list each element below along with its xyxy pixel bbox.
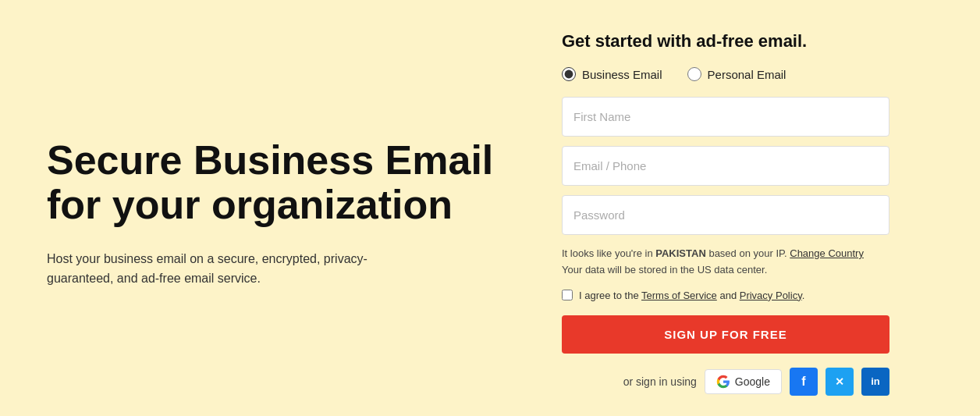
- privacy-policy-link[interactable]: Privacy Policy: [740, 290, 802, 301]
- linkedin-icon: in: [871, 375, 880, 387]
- left-section: Secure Business Email for your organizat…: [47, 138, 499, 290]
- terms-of-service-link[interactable]: Terms of Service: [641, 290, 717, 301]
- twitter-signin-button[interactable]: ✕: [826, 368, 854, 396]
- email-phone-input[interactable]: [562, 146, 889, 186]
- social-signin-row: or sign in using Google f ✕ in: [562, 368, 889, 396]
- country-notice: It looks like you're in PAKISTAN based o…: [562, 246, 889, 279]
- main-heading: Secure Business Email for your organizat…: [47, 138, 499, 227]
- right-section: Get started with ad-free email. Business…: [562, 31, 889, 396]
- data-notice: Your data will be stored in the US data …: [562, 264, 767, 276]
- country-notice-prefix: It looks like you're in: [562, 247, 655, 259]
- subtitle-text: Host your business email on a secure, en…: [47, 249, 421, 289]
- personal-email-label: Personal Email: [708, 68, 786, 81]
- social-signin-label: or sign in using: [623, 375, 697, 388]
- facebook-signin-button[interactable]: f: [790, 368, 818, 396]
- business-email-radio[interactable]: [562, 67, 576, 81]
- google-signin-button[interactable]: Google: [705, 369, 782, 394]
- business-email-option[interactable]: Business Email: [562, 67, 662, 81]
- page-container: Secure Business Email for your organizat…: [0, 0, 980, 416]
- form-title: Get started with ad-free email.: [562, 31, 889, 52]
- twitter-icon: ✕: [835, 375, 844, 388]
- terms-checkbox[interactable]: [562, 290, 573, 300]
- personal-email-option[interactable]: Personal Email: [687, 67, 786, 81]
- business-email-label: Business Email: [582, 68, 662, 81]
- google-label: Google: [735, 375, 770, 388]
- signup-button[interactable]: SIGN UP FOR FREE: [562, 315, 889, 354]
- form-fields: [562, 97, 889, 235]
- email-type-radio-group: Business Email Personal Email: [562, 67, 889, 81]
- country-name: PAKISTAN: [655, 247, 706, 259]
- country-notice-middle: based on your IP.: [706, 247, 790, 259]
- facebook-icon: f: [801, 375, 805, 389]
- first-name-input[interactable]: [562, 97, 889, 137]
- terms-row: I agree to the Terms of Service and Priv…: [562, 290, 889, 301]
- password-input[interactable]: [562, 195, 889, 235]
- change-country-link[interactable]: Change Country: [790, 247, 864, 259]
- terms-text: I agree to the Terms of Service and Priv…: [579, 290, 804, 301]
- google-icon: [716, 375, 730, 389]
- linkedin-signin-button[interactable]: in: [861, 368, 889, 396]
- personal-email-radio[interactable]: [687, 67, 701, 81]
